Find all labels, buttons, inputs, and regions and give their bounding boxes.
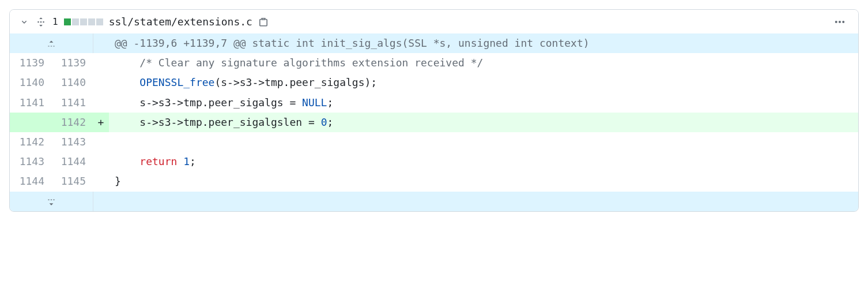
diff-line: 1140 1140 OPENSSL_free(s->s3->tmp.peer_s… bbox=[10, 73, 858, 92]
diff-line: 1142 1143 bbox=[10, 132, 858, 152]
new-line-number[interactable]: 1140 bbox=[51, 73, 93, 92]
old-line-number[interactable]: 1144 bbox=[10, 171, 51, 191]
new-line-number[interactable]: 1141 bbox=[51, 93, 93, 113]
collapse-toggle[interactable] bbox=[19, 17, 29, 27]
chevron-down-icon bbox=[20, 17, 29, 27]
expand-up-icon bbox=[46, 39, 56, 49]
old-line-number[interactable]: 1140 bbox=[10, 73, 51, 92]
diffstat-neutral-block bbox=[96, 18, 103, 25]
code-cell: return 1; bbox=[109, 152, 858, 171]
diffstat-neutral-block bbox=[80, 18, 87, 25]
code-cell: s->s3->tmp.peer_sigalgslen = 0; bbox=[109, 113, 858, 132]
diffstat-neutral-block bbox=[88, 18, 95, 25]
diff-line: 1141 1141 s->s3->tmp.peer_sigalgs = NULL… bbox=[10, 93, 858, 113]
clipboard-icon bbox=[258, 17, 269, 27]
diffstat-neutral-block bbox=[72, 18, 79, 25]
svg-point-1 bbox=[839, 21, 841, 23]
diff-line: 1143 1144 return 1; bbox=[10, 152, 858, 171]
diff-file: 1 ssl/statem/extensions.c @@ - bbox=[9, 9, 859, 212]
file-actions-menu[interactable] bbox=[831, 16, 849, 28]
new-line-number[interactable]: 1142 bbox=[51, 113, 93, 132]
kebab-icon bbox=[834, 16, 846, 28]
code-cell: } bbox=[109, 171, 858, 191]
hunk-footer-row bbox=[10, 192, 858, 211]
svg-point-0 bbox=[835, 21, 837, 23]
diff-line: 1144 1145 } bbox=[10, 171, 858, 191]
code-comment: /* Clear any signature algorithms extens… bbox=[139, 57, 483, 69]
old-line-number[interactable]: 1142 bbox=[10, 132, 51, 152]
new-line-number[interactable]: 1145 bbox=[51, 171, 93, 191]
new-line-number[interactable]: 1139 bbox=[51, 53, 93, 73]
code-cell: /* Clear any signature algorithms extens… bbox=[109, 53, 858, 73]
old-line-number[interactable]: 1141 bbox=[10, 93, 51, 113]
diff-line: 1139 1139 /* Clear any signature algorit… bbox=[10, 53, 858, 73]
old-line-number[interactable]: 1139 bbox=[10, 53, 51, 73]
new-line-number[interactable]: 1143 bbox=[51, 132, 93, 152]
diff-line-added: 1142 + s->s3->tmp.peer_sigalgslen = 0; bbox=[10, 113, 858, 132]
unfold-icon bbox=[36, 17, 46, 27]
expand-up-button[interactable] bbox=[10, 33, 93, 53]
code-cell: s->s3->tmp.peer_sigalgs = NULL; bbox=[109, 93, 858, 113]
svg-point-2 bbox=[842, 21, 844, 23]
file-header: 1 ssl/statem/extensions.c bbox=[10, 10, 858, 33]
copy-path-button[interactable] bbox=[258, 17, 269, 27]
diff-table: @@ -1139,6 +1139,7 @@ static int init_si… bbox=[10, 33, 858, 211]
code-cell bbox=[109, 132, 858, 152]
expand-all-icon[interactable] bbox=[35, 16, 47, 28]
old-line-number[interactable] bbox=[10, 113, 51, 132]
hunk-header-row: @@ -1139,6 +1139,7 @@ static int init_si… bbox=[10, 33, 858, 53]
expand-down-button[interactable] bbox=[10, 192, 93, 211]
hunk-header-text: @@ -1139,6 +1139,7 @@ static int init_si… bbox=[109, 33, 858, 53]
old-line-number[interactable]: 1143 bbox=[10, 152, 51, 171]
new-line-number[interactable]: 1144 bbox=[51, 152, 93, 171]
diffstat-added-block bbox=[64, 18, 71, 25]
file-path[interactable]: ssl/statem/extensions.c bbox=[109, 16, 252, 28]
change-count: 1 bbox=[52, 16, 58, 27]
expand-down-icon bbox=[46, 197, 56, 207]
diffstat bbox=[64, 18, 103, 25]
code-cell: OPENSSL_free(s->s3->tmp.peer_sigalgs); bbox=[109, 73, 858, 92]
